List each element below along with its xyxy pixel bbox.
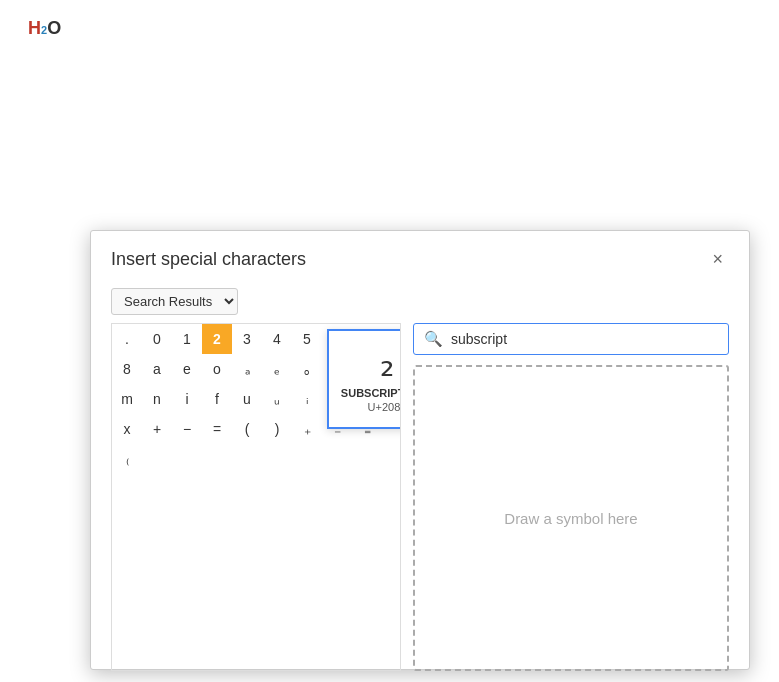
char-cell[interactable]: ( — [232, 414, 262, 444]
char-cell[interactable]: ₑ — [262, 354, 292, 384]
char-cell[interactable]: a — [142, 354, 172, 384]
char-cell[interactable]: 3 — [232, 324, 262, 354]
category-dropdown-row: Search Results Arrows Currency Latin Mat… — [91, 282, 749, 323]
char-cell[interactable]: i — [172, 384, 202, 414]
search-icon: 🔍 — [424, 330, 443, 348]
char-cell[interactable]: ₊ — [292, 414, 322, 444]
char-cell[interactable]: = — [202, 414, 232, 444]
char-grid-container: . 0 1 2 3 4 5 6 7 8 a e o ₐ ₑ ₒ ₀ ₁ m — [111, 323, 401, 671]
char-cell[interactable]: u — [232, 384, 262, 414]
dialog-header: Insert special characters × — [91, 231, 749, 282]
char-cell[interactable]: m — [112, 384, 142, 414]
char-cell[interactable]: 0 — [142, 324, 172, 354]
tooltip-code: U+2082 — [368, 401, 401, 413]
formula-display: H 2 O — [28, 18, 61, 39]
insert-special-chars-dialog: Insert special characters × Search Resul… — [90, 230, 750, 670]
char-cell-active[interactable]: 2 — [202, 324, 232, 354]
draw-placeholder: Draw a symbol here — [504, 510, 637, 527]
formula-o: O — [47, 18, 61, 39]
tooltip-symbol: ₂ — [380, 345, 394, 381]
char-cell[interactable]: ᵢ — [292, 384, 322, 414]
right-panel: 🔍 Draw a symbol here — [413, 323, 729, 671]
char-cell[interactable]: 1 — [172, 324, 202, 354]
dialog-title: Insert special characters — [111, 249, 306, 270]
search-input[interactable] — [451, 331, 718, 347]
char-cell[interactable]: o — [202, 354, 232, 384]
formula-h: H — [28, 18, 41, 39]
search-box: 🔍 — [413, 323, 729, 355]
category-select[interactable]: Search Results Arrows Currency Latin Mat… — [111, 288, 238, 315]
dialog-body: . 0 1 2 3 4 5 6 7 8 a e o ₐ ₑ ₒ ₀ ₁ m — [91, 323, 749, 671]
draw-area[interactable]: Draw a symbol here — [413, 365, 729, 671]
char-cell[interactable]: ₒ — [292, 354, 322, 384]
char-cell[interactable]: n — [142, 384, 172, 414]
char-cell[interactable]: ᵤ — [262, 384, 292, 414]
char-cell[interactable]: − — [172, 414, 202, 444]
char-tooltip: ₂ SUBSCRIPT TWO U+2082 — [327, 329, 401, 429]
close-button[interactable]: × — [706, 247, 729, 272]
char-cell[interactable]: f — [202, 384, 232, 414]
char-cell[interactable]: ₐ — [232, 354, 262, 384]
char-cell[interactable]: + — [142, 414, 172, 444]
char-cell[interactable]: . — [112, 324, 142, 354]
char-cell[interactable]: ₍ — [112, 444, 142, 474]
char-cell[interactable]: 5 — [292, 324, 322, 354]
tooltip-name: SUBSCRIPT TWO — [341, 387, 401, 399]
char-cell[interactable]: 4 — [262, 324, 292, 354]
char-cell[interactable]: 8 — [112, 354, 142, 384]
char-cell[interactable]: e — [172, 354, 202, 384]
char-cell[interactable]: ) — [262, 414, 292, 444]
char-cell[interactable]: x — [112, 414, 142, 444]
